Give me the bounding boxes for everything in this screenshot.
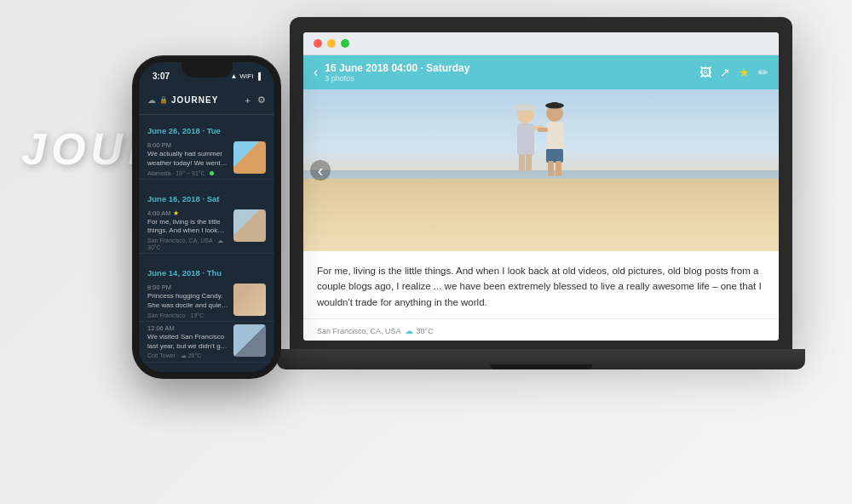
wifi-icon: WiFi — [239, 72, 253, 80]
edit-icon[interactable]: ✏ — [758, 66, 769, 79]
phone-app-title: JOURNEY — [171, 95, 218, 105]
entry-time-1: 8:00 PM — [147, 141, 228, 149]
phone-outer: 3:07 ▲ WiFi ▐ ☁ 🔒 JOURNEY + — [132, 55, 281, 379]
svg-rect-10 — [546, 122, 563, 152]
cloud-icon: ☁ — [147, 95, 156, 105]
location-2: San Francisco, CA, USA · ☁ 30°C — [147, 238, 228, 250]
entry-thumb-2 — [233, 209, 266, 242]
list-item[interactable]: 12:06 AM We visited San Francisco last y… — [139, 322, 274, 364]
location-3: San Francisco · 13°C — [147, 312, 204, 318]
entry-item-left-4: 12:06 AM We visited San Francisco last y… — [147, 324, 228, 360]
entry-thumb-4 — [233, 324, 266, 357]
svg-rect-3 — [517, 123, 534, 156]
date-group-label-1: June 26, 2018 · Tue — [147, 126, 221, 135]
scene: JouRNey 3:07 ▲ WiFi ▐ ☁ — [0, 0, 852, 504]
phone-inner: 3:07 ▲ WiFi ▐ ☁ 🔒 JOURNEY + — [139, 62, 274, 372]
entry-header-left: ‹ 16 June 2018 04:00 · Saturday 3 photos — [314, 62, 469, 83]
entry-text-1: We actually had summer weather today! We… — [147, 150, 228, 169]
date-group-header-3: June 14, 2018 · Thu — [139, 261, 274, 281]
svg-rect-5 — [526, 154, 532, 171]
settings-icon[interactable]: ⚙ — [257, 94, 266, 106]
star-icon[interactable]: ★ — [739, 66, 750, 79]
entry-item-left-1: 8:00 PM We actually had summer weather t… — [147, 141, 228, 176]
date-group-5: May 31, 2018 · Thu — [139, 366, 274, 372]
svg-rect-13 — [556, 161, 561, 176]
phone-app-header: ☁ 🔒 JOURNEY + ⚙ — [139, 86, 274, 115]
location-text: San Francisco, CA, USA — [317, 327, 401, 335]
entry-header-right: 🖼 ↗ ★ ✏ — [699, 66, 769, 79]
entry-meta-4: Coit Tower · ☁ 26°C — [147, 352, 228, 359]
date-group-header-1: June 26, 2018 · Tue — [139, 118, 274, 139]
entry-text-4: We visited San Francisco last year, but … — [147, 333, 228, 352]
temperature-text: 30°C — [417, 327, 434, 335]
date-group-3: June 14, 2018 · Thu 8:00 PM Princess hug… — [139, 257, 274, 366]
close-button[interactable] — [314, 39, 322, 48]
date-group-header-2: June 16, 2018 · Sat — [139, 186, 274, 207]
prev-photo-button[interactable]: ‹ — [310, 160, 331, 180]
phone: 3:07 ▲ WiFi ▐ ☁ 🔒 JOURNEY + — [132, 55, 281, 379]
online-dot-1 — [210, 171, 214, 175]
entry-time-4: 12:06 AM — [147, 324, 228, 332]
entry-meta-2: San Francisco, CA, USA · ☁ 30°C — [147, 238, 228, 250]
lock-icon: 🔒 — [159, 96, 168, 104]
entry-text: For me, living is the little things. And… — [303, 251, 779, 318]
svg-rect-12 — [548, 161, 554, 176]
location-4: Coit Tower · ☁ 26°C — [147, 352, 201, 359]
phone-header-right: + ⚙ — [245, 94, 266, 106]
phone-notch — [181, 62, 233, 77]
laptop: ‹ 16 June 2018 04:00 · Saturday 3 photos… — [290, 17, 801, 460]
status-time: 3:07 — [153, 72, 170, 81]
entry-photo: ‹ — [303, 89, 779, 251]
battery-icon: ▐ — [256, 72, 261, 80]
entry-thumb-3 — [233, 284, 266, 316]
entry-date-info: 16 June 2018 04:00 · Saturday 3 photos — [325, 62, 469, 83]
date-group-1: June 26, 2018 · Tue 8:00 PM We actually … — [139, 115, 274, 183]
date-group-label-3: June 14, 2018 · Thu — [147, 268, 222, 278]
maximize-button[interactable] — [341, 39, 349, 48]
svg-rect-14 — [538, 128, 548, 132]
phone-journal-list: June 26, 2018 · Tue 8:00 PM We actually … — [139, 115, 274, 372]
entry-date: 16 June 2018 04:00 · Saturday — [325, 62, 469, 74]
back-button[interactable]: ‹ — [314, 65, 318, 80]
date-group-header-5: May 31, 2018 · Thu — [139, 369, 274, 372]
svg-rect-9 — [551, 102, 558, 107]
date-group-2: June 16, 2018 · Sat 4:00 AM ★ For me, li… — [139, 183, 274, 258]
status-icons: ▲ WiFi ▐ — [230, 72, 261, 80]
signal-icon: ▲ — [230, 72, 237, 80]
beach-couple-svg — [507, 96, 575, 190]
entry-item-left-3: 8:00 PM Princess hugging Candy. She was … — [147, 284, 228, 318]
minimize-button[interactable] — [327, 39, 336, 48]
photo-icon[interactable]: 🖼 — [699, 66, 711, 79]
entry-text-3: Princess hugging Candy. She was docile a… — [147, 292, 228, 311]
entry-photos-count: 3 photos — [325, 74, 469, 83]
entry-header: ‹ 16 June 2018 04:00 · Saturday 3 photos… — [303, 55, 779, 89]
entry-text-2: For me, living is the little things. And… — [147, 218, 228, 237]
list-item[interactable]: 8:00 PM We actually had summer weather t… — [139, 139, 274, 180]
laptop-base — [277, 349, 805, 369]
entry-item-left-2: 4:00 AM ★ For me, living is the little t… — [147, 209, 228, 251]
entry-thumb-1 — [233, 141, 266, 174]
date-group-label-2: June 16, 2018 · Sat — [147, 194, 220, 203]
entry-meta-3: San Francisco · 13°C — [147, 312, 228, 318]
weather-cloud-icon: ☁ — [405, 326, 413, 335]
entry-footer: San Francisco, CA, USA ☁ 30°C — [303, 318, 779, 341]
svg-rect-2 — [522, 104, 529, 108]
app-window: ‹ 16 June 2018 04:00 · Saturday 3 photos… — [303, 32, 779, 341]
laptop-screen: ‹ 16 June 2018 04:00 · Saturday 3 photos… — [303, 32, 779, 341]
phone-header-left: ☁ 🔒 JOURNEY — [147, 95, 218, 105]
share-icon[interactable]: ↗ — [720, 66, 730, 79]
entry-meta-1: Alameda · 19° ~ 91°C — [147, 170, 228, 176]
journal-entry-view: ‹ 16 June 2018 04:00 · Saturday 3 photos… — [303, 55, 779, 341]
location-1: Alameda · 19° ~ 91°C — [147, 170, 205, 176]
entry-time-3: 8:00 PM — [147, 284, 228, 291]
laptop-body: ‹ 16 June 2018 04:00 · Saturday 3 photos… — [290, 17, 792, 349]
add-icon[interactable]: + — [245, 95, 250, 106]
svg-rect-4 — [519, 154, 525, 171]
list-item[interactable]: 4:00 AM ★ For me, living is the little t… — [139, 207, 274, 255]
svg-rect-11 — [546, 149, 563, 163]
entry-time-2: 4:00 AM ★ — [147, 209, 228, 217]
window-titlebar — [303, 32, 779, 55]
list-item[interactable]: 8:00 PM Princess hugging Candy. She was … — [139, 281, 274, 322]
